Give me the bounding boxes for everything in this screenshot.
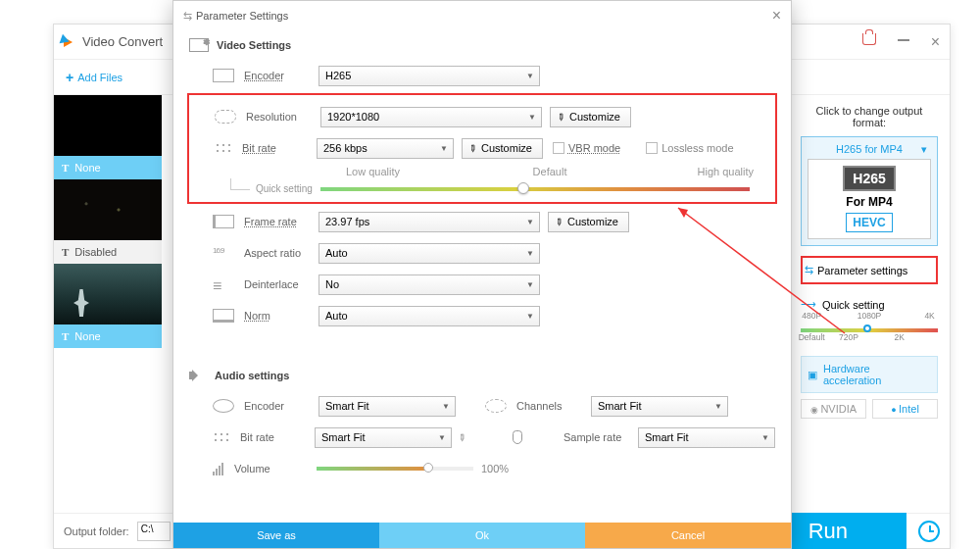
highlighted-area: Resolution 1920*1080 ✎Customize Bit rate…: [187, 93, 777, 204]
channels-icon: [485, 399, 507, 413]
video-thumb[interactable]: [54, 264, 162, 324]
minimize-icon[interactable]: [898, 39, 909, 41]
lossless-checkbox[interactable]: [646, 142, 658, 154]
slider-knob[interactable]: [423, 463, 433, 473]
output-folder-input[interactable]: C:\: [137, 522, 171, 541]
resolution-select[interactable]: 1920*1080: [320, 107, 542, 127]
norm-row: Norm Auto: [213, 302, 775, 329]
codec-badge: H265: [843, 166, 895, 191]
hevc-badge: HEVC: [846, 213, 892, 232]
parameter-settings-dialog: ⇆ Parameter Settings × Video Settings En…: [172, 0, 792, 549]
speaker-icon: [189, 369, 207, 382]
plus-icon: +: [66, 70, 74, 85]
video-thumb[interactable]: [54, 95, 162, 156]
film-gear-icon: [189, 38, 209, 52]
pencil-icon[interactable]: ✎: [455, 430, 467, 443]
subtitle-label[interactable]: TDisabled: [54, 240, 162, 264]
add-files-button[interactable]: + Add Files: [66, 70, 122, 85]
channels-select[interactable]: Smart Fit: [591, 396, 728, 417]
quick-setting-row: ⟶ Quick setting: [801, 298, 938, 311]
mic-icon: [513, 430, 522, 444]
quality-slider[interactable]: [320, 187, 750, 191]
subtitle-label[interactable]: TNone: [54, 156, 162, 179]
close-icon[interactable]: ×: [931, 33, 940, 51]
audio-bitrate-icon: [213, 431, 230, 443]
volume-icon: [213, 463, 234, 475]
framerate-select[interactable]: 23.97 fps: [318, 212, 540, 232]
volume-row: Volume 100%: [213, 455, 775, 482]
text-icon: T: [62, 162, 69, 174]
cart-icon[interactable]: [862, 33, 876, 45]
intel-badge[interactable]: ● Intel: [872, 399, 938, 419]
save-as-button[interactable]: Save as: [173, 523, 379, 548]
nvidia-badge[interactable]: ◉ NVIDIA: [801, 399, 866, 419]
pencil-icon: ✎: [554, 110, 566, 123]
audio-bitrate-row: Bit rate Smart Fit ✎ Sample rate Smart F…: [213, 424, 775, 451]
encoder-icon: [213, 69, 234, 82]
encoder-select[interactable]: H265: [318, 66, 540, 86]
norm-select[interactable]: Auto: [318, 306, 540, 326]
parameter-settings-button[interactable]: ⇆ Parameter settings: [801, 256, 938, 284]
dialog-close-icon[interactable]: ×: [772, 7, 781, 25]
app-logo-icon: [64, 37, 73, 47]
bitrate-row: Bit rate 256 kbps ✎Customize VBR mode Lo…: [215, 134, 758, 162]
arrow-icon: ⟶: [801, 298, 816, 311]
norm-icon: [213, 309, 234, 323]
format-graphic: H265 For MP4 HEVC: [808, 159, 931, 239]
audio-settings-header: Audio settings: [189, 369, 775, 382]
video-list: TNone TDisabled TNone: [54, 95, 162, 348]
dialog-titlebar: ⇆ Parameter Settings ×: [173, 1, 791, 30]
resolution-icon: [215, 110, 236, 124]
hardware-accel-button[interactable]: ▣ Hardware acceleration: [801, 356, 938, 393]
slider-knob[interactable]: [517, 182, 529, 194]
dialog-title: Parameter Settings: [196, 10, 288, 22]
audio-bitrate-select[interactable]: Smart Fit: [315, 427, 452, 448]
schedule-icon[interactable]: [918, 521, 940, 542]
framerate-customize-button[interactable]: ✎Customize: [548, 212, 629, 232]
deinterlace-icon: [213, 277, 234, 291]
sliders-icon: ⇆: [183, 10, 190, 23]
format-selector[interactable]: H265 for MP4 H265 For MP4 HEVC: [801, 136, 938, 246]
quick-setting-row: Quick setting: [250, 183, 758, 194]
dialog-buttons: Save as Ok Cancel: [173, 523, 791, 548]
right-panel: Click to change output format: H265 for …: [789, 95, 950, 428]
for-label: For MP4: [814, 195, 924, 209]
framerate-icon: [213, 215, 234, 228]
encoder-row: Encoder H265: [213, 62, 775, 89]
video-settings-header: Video Settings: [189, 38, 775, 52]
video-thumb[interactable]: [54, 179, 162, 240]
aspect-row: 16:9 Aspect ratio Auto: [213, 239, 775, 267]
aspect-select[interactable]: Auto: [318, 243, 540, 264]
audio-encoder-icon: [213, 399, 234, 413]
ok-button[interactable]: Ok: [379, 523, 585, 548]
cancel-button[interactable]: Cancel: [585, 523, 791, 548]
volume-slider[interactable]: [317, 467, 473, 471]
bitrate-icon: [215, 142, 232, 154]
pencil-icon: ✎: [466, 141, 478, 154]
bitrate-customize-button[interactable]: ✎Customize: [462, 138, 543, 159]
pencil-icon: ✎: [552, 215, 564, 227]
bitrate-select[interactable]: 256 kbps: [317, 138, 454, 159]
output-folder-label: Output folder:: [64, 525, 129, 537]
resolution-row: Resolution 1920*1080 ✎Customize: [215, 103, 758, 130]
text-icon: T: [62, 330, 69, 342]
audio-encoder-select[interactable]: Smart Fit: [318, 396, 456, 417]
format-name: H265 for MP4: [808, 143, 931, 159]
subtitle-label[interactable]: TNone: [54, 324, 162, 348]
sample-rate-select[interactable]: Smart Fit: [638, 427, 775, 448]
aspect-icon: 16:9: [213, 246, 234, 260]
framerate-row: Frame rate 23.97 fps ✎Customize: [213, 208, 775, 235]
format-title: Click to change output format:: [801, 105, 938, 128]
deinterlace-row: Deinterlace No: [213, 271, 775, 298]
app-title: Video Convert: [82, 34, 163, 49]
sliders-icon: ⇆: [805, 264, 811, 276]
slider-knob[interactable]: [863, 324, 871, 332]
chip-icon: ▣: [808, 369, 817, 381]
add-files-label: Add Files: [77, 72, 122, 83]
deinterlace-select[interactable]: No: [318, 274, 540, 295]
audio-encoder-row: Encoder Smart Fit Channels Smart Fit: [213, 392, 775, 420]
vbr-checkbox[interactable]: [553, 142, 564, 154]
text-icon: T: [62, 246, 69, 258]
resolution-customize-button[interactable]: ✎Customize: [550, 107, 631, 127]
